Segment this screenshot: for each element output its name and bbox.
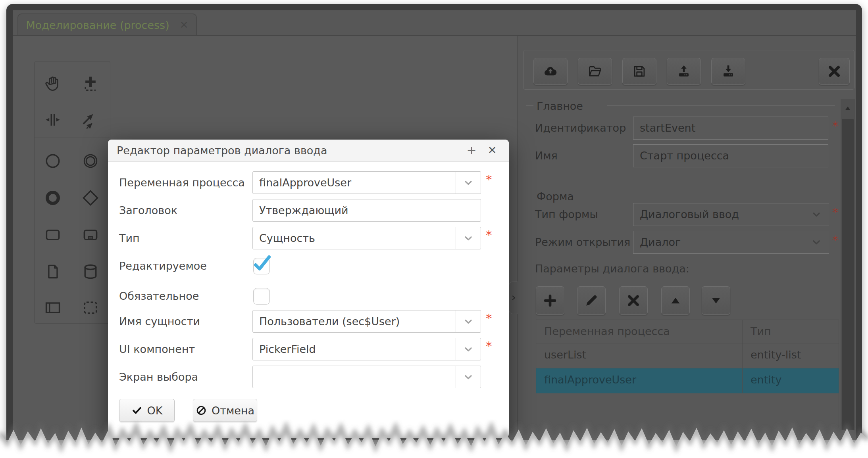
- check-icon: [251, 251, 271, 272]
- palette-tool-start-event[interactable]: [44, 152, 62, 170]
- palette-tool-gateway[interactable]: [82, 189, 99, 207]
- palette-tool-group[interactable]: [82, 299, 99, 316]
- required-checkbox[interactable]: [253, 288, 270, 305]
- save-button[interactable]: [622, 58, 656, 85]
- triangle-up-icon: [668, 293, 683, 308]
- download-icon: [721, 64, 736, 79]
- pencil-icon: [584, 293, 599, 308]
- triangle-up-icon: [843, 104, 852, 113]
- folder-open-icon: [587, 64, 602, 79]
- process-variable-combobox[interactable]: finalApproveUser: [252, 171, 481, 194]
- tab-modeling[interactable]: Моделирование (process) ✕: [17, 13, 197, 36]
- param-add-button[interactable]: [536, 286, 564, 315]
- panel-close-button[interactable]: [819, 58, 850, 85]
- palette-tool-task[interactable]: [44, 226, 62, 243]
- palette-tool-intermediate-event[interactable]: [82, 152, 99, 170]
- torn-edge: [0, 420, 868, 458]
- chevron-down-icon[interactable]: [456, 310, 481, 332]
- check-icon: [131, 405, 142, 416]
- label-required: Обязательное: [119, 285, 199, 307]
- palette-tool-connector[interactable]: [82, 111, 99, 128]
- tab-label: Моделирование (process): [26, 19, 169, 31]
- palette-tool-document[interactable]: [44, 263, 62, 280]
- cancel-button[interactable]: Отмена: [193, 399, 257, 422]
- end-event-icon: [44, 189, 62, 207]
- form-type-combobox[interactable]: Диалоговый ввод: [633, 203, 829, 226]
- name-input[interactable]: Старт процесса: [633, 144, 828, 167]
- lookup-screen-combobox[interactable]: [252, 366, 481, 388]
- ui-component-combobox[interactable]: PickerField: [252, 338, 481, 360]
- chevron-down-icon[interactable]: [456, 366, 481, 388]
- label-lookup-screen: Экран выбора: [119, 366, 198, 388]
- param-editor-dialog: Редактор параметров диалога ввода + ✕ Пе…: [108, 140, 509, 438]
- chevron-right-icon: [510, 294, 517, 301]
- param-move-up-button[interactable]: [661, 286, 690, 315]
- hand-icon: [44, 75, 62, 92]
- caption-value: Утверждающий: [259, 204, 348, 217]
- download-button[interactable]: [711, 58, 745, 85]
- field-label-form-type: Тип формы: [535, 203, 598, 226]
- cell-variable[interactable]: userList: [536, 343, 743, 368]
- caption-input[interactable]: Утверждающий: [252, 199, 481, 222]
- open-mode-value: Диалог: [633, 231, 804, 253]
- open-mode-combobox[interactable]: Диалог: [633, 231, 829, 254]
- triangle-down-icon: [708, 293, 724, 308]
- params-table: Переменная процесса Тип userList entity-…: [536, 320, 839, 428]
- chevron-down-icon[interactable]: [456, 227, 481, 249]
- col-header-variable[interactable]: Переменная процесса: [536, 320, 743, 343]
- legend-line: [526, 105, 533, 106]
- screenshot-stage: Моделирование (process) ✕: [0, 0, 868, 458]
- type-combobox[interactable]: Сущность: [252, 227, 481, 249]
- label-process-variable: Переменная процесса: [119, 171, 245, 194]
- plus-icon: [543, 293, 558, 308]
- palette-tool-subprocess[interactable]: [82, 226, 99, 243]
- pool-icon: [44, 299, 62, 316]
- required-asterisk: *: [832, 205, 838, 219]
- required-asterisk: *: [486, 228, 492, 242]
- cloud-upload-button[interactable]: [533, 58, 568, 85]
- palette-tool-database[interactable]: [82, 263, 99, 280]
- save-icon: [632, 64, 647, 79]
- upload-button[interactable]: [667, 58, 701, 85]
- field-label-identifier: Идентификатор: [535, 117, 626, 140]
- params-table-caption: Параметры диалога ввода:: [535, 263, 689, 275]
- legend-line: [607, 105, 835, 106]
- chevron-down-icon[interactable]: [804, 203, 829, 226]
- palette-tool-space[interactable]: [44, 111, 62, 128]
- ok-label: OK: [147, 404, 163, 417]
- open-button[interactable]: [578, 58, 612, 85]
- cell-type[interactable]: entity-list: [743, 343, 839, 368]
- group-icon: [82, 299, 99, 316]
- scrollbar-up-button[interactable]: [841, 102, 854, 115]
- param-edit-button[interactable]: [577, 286, 606, 315]
- palette-tool-end-event[interactable]: [44, 189, 62, 207]
- identifier-input[interactable]: startEvent: [633, 117, 828, 140]
- ok-button[interactable]: OK: [119, 399, 175, 422]
- dialog-title: Редактор параметров диалога ввода: [117, 140, 327, 162]
- splitter-collapse-handle[interactable]: [509, 282, 518, 314]
- cell-type[interactable]: entity: [743, 368, 839, 393]
- dialog-maximize-icon[interactable]: +: [464, 140, 479, 161]
- palette-tool-hand[interactable]: [44, 75, 62, 92]
- table-row[interactable]: userList entity-list: [536, 343, 839, 368]
- col-header-type[interactable]: Тип: [743, 320, 839, 343]
- label-ui-component: UI компонент: [119, 338, 195, 360]
- param-remove-button[interactable]: [619, 286, 648, 315]
- palette-tool-lasso[interactable]: [82, 75, 99, 92]
- table-header-row[interactable]: Переменная процесса Тип: [536, 320, 839, 343]
- tab-close-icon[interactable]: ✕: [180, 19, 189, 31]
- param-move-down-button[interactable]: [702, 286, 730, 315]
- palette-tool-pool[interactable]: [44, 299, 62, 316]
- space-tool-icon: [44, 111, 62, 128]
- required-asterisk: *: [486, 339, 492, 353]
- table-row-selected[interactable]: finalApproveUser entity: [536, 368, 839, 393]
- dialog-close-icon[interactable]: ✕: [484, 140, 500, 161]
- entity-name-combobox[interactable]: Пользователи (sec$User): [252, 310, 481, 333]
- cell-variable[interactable]: finalApproveUser: [536, 368, 743, 393]
- chevron-down-icon[interactable]: [456, 172, 481, 194]
- chevron-down-icon[interactable]: [804, 231, 829, 253]
- field-label-open-mode: Режим открытия: [535, 231, 630, 254]
- chevron-down-icon[interactable]: [456, 338, 481, 360]
- scrollbar-thumb[interactable]: [842, 119, 854, 430]
- identifier-value: startEvent: [640, 122, 695, 134]
